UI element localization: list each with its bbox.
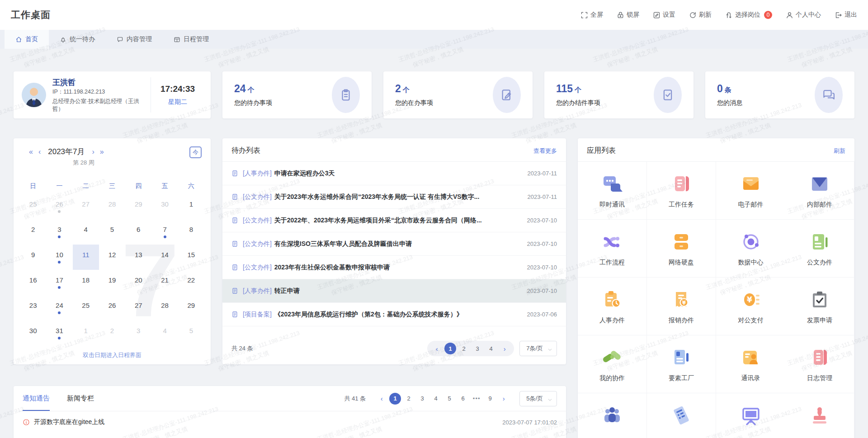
page-size-select[interactable]: 7条/页 (519, 341, 557, 356)
next-page-button[interactable]: › (499, 343, 510, 354)
header-action-button[interactable]: 全屏 (580, 11, 603, 19)
stat-card[interactable]: 2个 您的在办事项 (383, 71, 533, 118)
app-shortcut[interactable]: 即时通讯 (578, 162, 647, 220)
prev-page-button[interactable]: ‹ (376, 393, 387, 405)
calendar-day[interactable]: 20 (125, 270, 151, 295)
header-action-button[interactable]: 选择岗位 0 (725, 11, 772, 19)
calendar-day[interactable]: 2 (20, 219, 46, 245)
page-number-button[interactable]: 2 (403, 393, 415, 405)
stat-card[interactable]: 24个 您的待办事项 (222, 71, 372, 118)
app-shortcut[interactable]: 公文办件 (785, 220, 854, 278)
app-shortcut[interactable]: 网络硬盘 (647, 220, 716, 278)
calendar-day[interactable]: 9 (20, 245, 46, 270)
calendar-day[interactable]: 29 (178, 295, 204, 320)
next-year-button[interactable]: » (100, 148, 104, 155)
calendar-day[interactable]: 25 (73, 295, 99, 320)
main-tab[interactable]: 日程管理 (163, 30, 220, 49)
calendar-day[interactable]: 6 (125, 219, 151, 245)
page-number-button[interactable]: 4 (485, 343, 497, 354)
stat-card[interactable]: 0条 您的消息 (705, 71, 854, 118)
page-number-button[interactable]: 5 (443, 393, 455, 405)
app-shortcut[interactable]: 日志管理 (785, 335, 854, 393)
calendar-day[interactable]: 30 (151, 194, 178, 219)
calendar-day[interactable]: 19 (99, 270, 125, 295)
calendar-day[interactable]: 31 (46, 320, 72, 346)
header-action-button[interactable]: 刷新 (689, 11, 712, 19)
calendar-day[interactable]: 15 (178, 245, 204, 270)
calendar-day[interactable]: 25 (20, 194, 46, 219)
calendar-day[interactable]: 26 (99, 295, 125, 320)
todo-item[interactable]: [人事办件] 转正申请 2023-07-10 (222, 279, 566, 303)
next-page-button[interactable]: › (498, 393, 509, 405)
calendar-day[interactable]: 5 (178, 320, 204, 346)
app-shortcut[interactable]: 工作任务 (647, 162, 716, 220)
page-number-button[interactable]: 1 (444, 343, 456, 354)
calendar-day[interactable]: 23 (20, 295, 46, 320)
calendar-day[interactable]: 4 (73, 219, 99, 245)
app-shortcut[interactable] (716, 393, 785, 438)
calendar-day[interactable]: 27 (125, 295, 151, 320)
app-shortcut[interactable]: ¥ 对公支付 (716, 278, 785, 335)
calendar-day[interactable]: 1 (178, 194, 204, 219)
calendar-day[interactable]: 4 (151, 320, 178, 346)
page-number-button[interactable]: 1 (389, 393, 401, 405)
page-number-button[interactable]: 3 (472, 343, 483, 354)
calendar-day[interactable]: 13 (125, 245, 151, 270)
page-size-select[interactable]: 5条/页 (519, 391, 557, 406)
calendar-day[interactable]: 3 (46, 219, 72, 245)
calendar-day[interactable]: 28 (99, 194, 125, 219)
calendar-day[interactable]: 27 (73, 194, 99, 219)
page-number-button[interactable]: 2 (458, 343, 470, 354)
prev-page-button[interactable]: ‹ (431, 343, 443, 354)
calendar-day[interactable]: 7 (151, 219, 178, 245)
header-action-button[interactable]: 锁屏 (617, 11, 639, 19)
app-shortcut[interactable]: 工作流程 (578, 220, 647, 278)
page-number-button[interactable]: ••• (471, 393, 482, 405)
calendar-day[interactable]: 18 (73, 270, 99, 295)
prev-year-button[interactable]: « (29, 148, 33, 155)
todo-item[interactable]: [项目备案] 《2023年局信息系统运行维护（第2包：基础办公系统技术服务）》 … (222, 303, 566, 326)
app-shortcut[interactable]: 要素工厂 (647, 335, 716, 393)
app-shortcut[interactable]: 内部邮件 (785, 162, 854, 220)
todo-item[interactable]: [人事办件] 申请在家远程办公3天 2023-07-11 (222, 162, 566, 185)
view-more-link[interactable]: 查看更多 (533, 147, 557, 155)
calendar-day[interactable]: 21 (151, 270, 178, 295)
todo-item[interactable]: [公文办件] 有生深境ISO三体系年审人员配合及牌匾借出申请 2023-07-1… (222, 232, 566, 256)
page-number-button[interactable]: 6 (457, 393, 469, 405)
calendar-day[interactable]: 8 (178, 219, 204, 245)
calendar-footer-hint[interactable]: 双击日期进入日程界面 (14, 347, 211, 364)
header-action-button[interactable]: 个人中心 (786, 11, 821, 19)
calendar-day[interactable]: 28 (151, 295, 178, 320)
calendar-day[interactable]: 16 (20, 270, 46, 295)
header-action-button[interactable]: 设置 (653, 11, 675, 19)
calendar-day[interactable]: 14 (151, 245, 178, 270)
app-shortcut[interactable]: 电子邮件 (716, 162, 785, 220)
calendar-day[interactable]: 24 (46, 295, 72, 320)
todo-item[interactable]: [公文办件] 2023年有生社保公积金基数申报审核申请 2023-07-10 (222, 256, 566, 279)
today-icon[interactable]: 今 (189, 146, 202, 158)
calendar-day[interactable]: 3 (125, 320, 151, 346)
calendar-day[interactable]: 10 (46, 245, 72, 270)
todo-item[interactable]: [公文办件] 关于2022年、2023年水务局运维项目外采“北京市政务云服务合同… (222, 209, 566, 232)
todo-item[interactable]: [公文办件] 关于2023年水务运维外采合同“2023年水务局统一认证 有生博大… (222, 185, 566, 209)
app-shortcut[interactable] (647, 393, 716, 438)
notice-item[interactable]: 开源数字底座在gitee上线 2023-07-07 17:01:02 (14, 411, 566, 433)
app-shortcut[interactable]: 发票申请 (785, 278, 854, 335)
page-number-button[interactable]: 9 (484, 393, 496, 405)
notice-tab[interactable]: 通知通告 (23, 386, 50, 411)
app-shortcut[interactable] (578, 393, 647, 438)
app-shortcut[interactable]: 人事办件 (578, 278, 647, 335)
calendar-day[interactable]: 26 (46, 194, 72, 219)
notice-tab[interactable]: 新闻专栏 (67, 386, 94, 411)
app-shortcut[interactable]: 通讯录 (716, 335, 785, 393)
calendar-day[interactable]: 2 (99, 320, 125, 346)
calendar-day[interactable]: 29 (125, 194, 151, 219)
calendar-day[interactable]: 30 (20, 320, 46, 346)
app-shortcut[interactable]: ¥ 报销办件 (647, 278, 716, 335)
calendar-day[interactable]: 22 (178, 270, 204, 295)
main-tab[interactable]: 首页 (5, 30, 49, 49)
calendar-day[interactable]: 5 (99, 219, 125, 245)
calendar-day[interactable]: 17 (46, 270, 72, 295)
main-tab[interactable]: 内容管理 (106, 30, 163, 49)
app-shortcut[interactable] (785, 393, 854, 438)
